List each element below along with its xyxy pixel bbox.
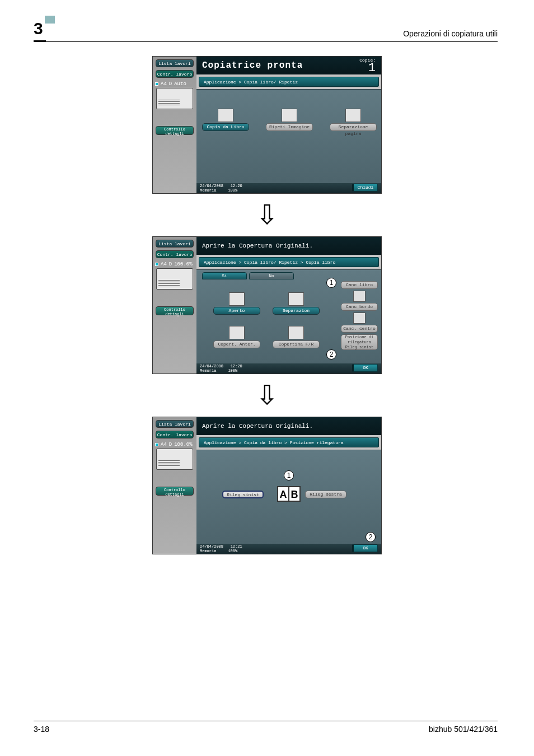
canc-bordo-button[interactable]: Canc bordo (341, 303, 378, 311)
preview-thumbnail (156, 268, 193, 290)
copies-value: 1 (368, 61, 376, 75)
lista-lavori-button[interactable]: Lista lavori (156, 240, 194, 248)
page-number: 3-18 (34, 725, 49, 734)
panel-posizione-rilegatura: Lista lavori Contr. lavoro A4 D 100.0% C… (152, 417, 382, 554)
ripeti-immagine-icon (282, 109, 297, 122)
canc-bordo-icon (353, 291, 366, 302)
main-area: 1 Rileg sinist A B Rileg destra 2 (196, 450, 381, 544)
main-area: Copia da Libro Ripeti Immagine Separazio… (196, 89, 381, 183)
ab-a: A (278, 487, 289, 501)
canc-libro-button[interactable]: Canc libro (341, 281, 378, 289)
callout-2: 2 (366, 532, 376, 542)
instruction-title: Aprire la Copertura Originali. (202, 423, 313, 430)
rileg-destra-button[interactable]: Rileg destra (305, 491, 346, 498)
preview-thumbnail (156, 88, 193, 109)
page-header: 3 Operazioni di copiatura utili (34, 19, 498, 42)
model-name: bizhub 501/421/361 (429, 725, 498, 734)
copert-anter-icon (229, 326, 245, 339)
callout-2: 2 (326, 349, 336, 360)
topbar: Aprire la Copertura Originali. (196, 417, 381, 435)
copia-libro-icon (218, 109, 233, 122)
callout-1: 1 (326, 278, 336, 288)
breadcrumb: Applicazione > Copia libro/ Ripetiz (199, 77, 379, 87)
lista-lavori-button[interactable]: Lista lavori (156, 59, 194, 67)
chapter-number-text: 3 (34, 19, 43, 38)
tab-si[interactable]: Sì (202, 272, 247, 279)
copia-libro-button[interactable]: Copia da Libro (202, 123, 249, 131)
copert-anter-button[interactable]: Copert. Anter. (213, 340, 260, 348)
aperto-icon (229, 292, 245, 306)
panel-copiatrice-pronta: Lista lavori Contr. lavoro A4 D Auto Con… (152, 56, 382, 194)
copertina-fr-button[interactable]: Copertina F/R (273, 340, 320, 348)
callout-1: 1 (284, 470, 294, 480)
separazion-button[interactable]: Separazion (273, 307, 320, 315)
preview-thumbnail (156, 449, 193, 470)
separazione-pagina-icon (345, 109, 361, 122)
tab-no[interactable]: No (249, 272, 294, 279)
footer-bar: 24/04/2008 12:21Memoria 100% OK (196, 544, 381, 554)
side-options: Canc libro Canc bordo Canc. centro Posiz… (341, 281, 378, 352)
ab-icon: A B (277, 486, 301, 502)
controllo-dettagli-button[interactable]: Controllo dettagli (156, 306, 194, 315)
contr-lavoro-button[interactable]: Contr. lavoro (156, 70, 194, 78)
main-area: Sì No 1 Aperto Separazion Copert. Anter.… (196, 269, 381, 363)
sidebar: Lista lavori Contr. lavoro A4 D Auto Con… (153, 57, 196, 193)
topbar: Copiatrice pronta Copie: 1 (196, 57, 381, 74)
breadcrumb: Applicazione > Copia da libro > Posizion… (199, 437, 379, 447)
panel-copia-libro: Lista lavori Contr. lavoro A4 D 100.0% C… (152, 236, 382, 374)
canc-centro-icon (353, 312, 366, 324)
sidebar: Lista lavori Contr. lavoro A4 D 100.0% C… (153, 237, 196, 374)
chiudi-button[interactable]: Chiudi (352, 184, 378, 192)
down-arrow-icon: ⇩ (256, 204, 278, 226)
chapter-number: 3 (34, 19, 49, 38)
contr-lavoro-button[interactable]: Contr. lavoro (156, 250, 194, 258)
copier-status-title: Copiatrice pronta (202, 60, 303, 71)
topbar: Aprire la Copertura Originali. (196, 237, 381, 255)
header-title: Operazioni di copiatura utili (403, 29, 498, 38)
down-arrow-icon: ⇩ (256, 384, 278, 407)
controllo-dettagli-button[interactable]: Controllo dettagli (156, 487, 194, 496)
footer-bar: 24/04/2008 12:20Memoria 100% OK (196, 363, 381, 374)
aperto-button[interactable]: Aperto (213, 307, 260, 315)
breadcrumb: Applicazione > Copia libro/ Ripetiz > Co… (199, 257, 379, 267)
rileg-sinist-button[interactable]: Rileg sinist (222, 491, 264, 498)
paper-info: A4 D 100.0% (155, 262, 194, 267)
ok-button[interactable]: OK (352, 544, 378, 552)
page-footer: 3-18 bizhub 501/421/361 (34, 721, 498, 734)
canc-centro-button[interactable]: Canc. centro (341, 325, 378, 333)
copertina-fr-icon (288, 326, 304, 339)
posizione-rilegatura-button[interactable]: Posizione di rilegatura Rileg sinist (341, 334, 378, 350)
paper-info: A4 D Auto (155, 81, 194, 87)
separazion-icon (288, 292, 304, 306)
separazione-pagina-button[interactable]: Separazione pagina (330, 123, 377, 131)
ripeti-immagine-button[interactable]: Ripeti Immagine (266, 123, 313, 131)
controllo-dettagli-button[interactable]: Controllo dettagli (156, 126, 194, 135)
lista-lavori-button[interactable]: Lista lavori (156, 420, 194, 428)
ok-button[interactable]: OK (352, 364, 378, 372)
footer-bar: 24/04/2008 12:20Memoria 100% Chiudi (196, 183, 381, 193)
contr-lavoro-button[interactable]: Contr. lavoro (156, 431, 194, 438)
tab-row: Sì No (202, 272, 294, 279)
ab-b: B (289, 487, 300, 501)
instruction-title: Aprire la Copertura Originali. (202, 242, 313, 249)
sidebar: Lista lavori Contr. lavoro A4 D 100.0% C… (153, 417, 196, 554)
paper-info: A4 D 100.0% (155, 442, 194, 447)
